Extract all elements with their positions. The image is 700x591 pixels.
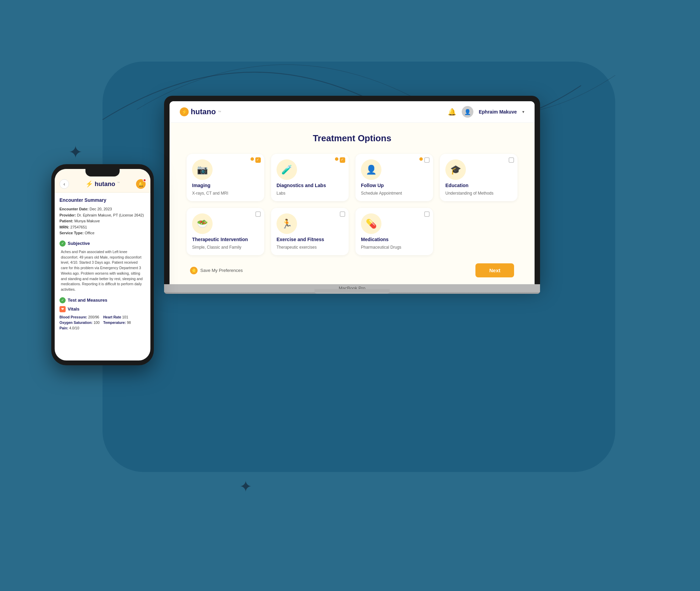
laptop-screen-outer: ⚡ hutano ™ 🔔 👤 Ephraim Makuve ▾ Treatmen… [164,96,540,284]
chevron-down-icon: ▾ [522,109,524,114]
laptop-model-label: MacBook Pro [164,284,540,292]
vitals-header: ❤ Vitals [59,306,146,312]
card-icon-medications: 💊 [361,213,381,234]
card-icon-exercise: 🏃 [277,213,297,234]
treatment-grid: 📷 Imaging X-rays, CT and MRI 🧪 Diagnosti… [187,154,517,255]
service-value: Office [85,231,95,235]
treatment-footer: ⭐ Save My Preferences Next [187,263,517,277]
card-imaging[interactable]: 📷 Imaging X-rays, CT and MRI [187,154,264,201]
card-dot-imaging [251,157,254,161]
card-title-exercise: Exercise and Fitness [277,237,343,242]
oxygen-label: Oxygen Saturation: [59,320,93,325]
laptop-screen-inner: ⚡ hutano ™ 🔔 👤 Ephraim Makuve ▾ Treatmen… [170,101,535,284]
laptop-topnav: ⚡ hutano ™ 🔔 👤 Ephraim Makuve ▾ [170,101,535,123]
user-name[interactable]: Ephraim Makuve [479,109,517,115]
provider-label: Provider: [59,213,76,217]
test-measures-label: Test and Measures [68,298,107,303]
save-preferences[interactable]: ⭐ Save My Preferences [190,267,243,274]
card-icon-followup: 👤 [361,159,381,180]
pain-value: 4.0/10 [69,326,79,330]
subjective-check-icon: ✓ [59,240,66,247]
card-subtitle-therapeutic: Simple, Classic and Family [192,245,259,250]
card-subtitle-followup: Schedule Appointment [361,191,428,196]
blood-pressure-value: 200/96 [88,315,99,319]
back-icon: ‹ [64,181,65,187]
oxygen-item: Oxygen Saturation: 100 [59,320,102,325]
logo-text: hutano [191,107,216,116]
phone-logo-text: hutano [95,181,115,187]
card-checkbox-followup[interactable] [424,157,430,163]
user-avatar: 👤 [462,106,473,118]
card-checkbox-education[interactable] [509,157,514,163]
phone-logo: ⚡ hutano ™ [85,180,120,188]
card-checkbox-medications[interactable] [424,211,430,217]
card-subtitle-diagnostics: Labs [277,191,343,196]
encounter-summary-title: Encounter Summary [59,197,146,203]
logo-icon: ⚡ [180,107,189,116]
card-icon-diagnostics: 🧪 [277,159,297,180]
pain-label: Pain: [59,326,68,330]
phone-notification-bell[interactable]: 🔔 [136,179,146,189]
pain-item: Pain: 4.0/10 [59,326,102,330]
page-title: Treatment Options [187,133,517,144]
card-subtitle-education: Understanding of Methods [445,191,512,196]
card-title-therapeutic: Therapeutic Intervention [192,237,259,242]
card-checkbox-therapeutic[interactable] [255,211,261,217]
subjective-narrative: Aches and Pain associated with Left knee… [59,249,146,292]
next-button[interactable]: Next [475,263,514,277]
heart-rate-item: Heart Rate 101 [103,315,146,319]
phone-back-button[interactable]: ‹ [59,179,69,189]
phone-logo-symbol: ⚡ [85,181,93,187]
card-exercise[interactable]: 🏃 Exercise and Fitness Therapeutic exerc… [271,208,349,255]
card-subtitle-medications: Pharmaceutical Drugs [361,245,428,250]
blood-pressure-label: Blood Pressure: [59,315,87,319]
oxygen-value: 100 [94,320,100,325]
treatment-content: Treatment Options 📷 Imaging X-rays, CT a… [170,123,535,284]
phone-notch [85,169,120,176]
blood-pressure-item: Blood Pressure: 200/96 [59,315,102,319]
card-icon-therapeutic: 🥗 [192,213,213,234]
phone-notification-dot [143,179,146,182]
card-icon-education: 🎓 [445,159,466,180]
laptop-device: ⚡ hutano ™ 🔔 👤 Ephraim Makuve ▾ Treatmen… [164,96,540,294]
laptop-base: MacBook Pro [164,284,540,294]
phone-body: Encounter Summary Encounter Date: Dec 20… [55,193,150,338]
phone-outer: ‹ ⚡ hutano ™ 🔔 Encounter Summary Encount… [51,164,154,365]
card-checkbox-exercise[interactable] [340,211,345,217]
card-title-followup: Follow Up [361,183,428,188]
card-dot-followup [419,157,423,161]
empty-slot [440,208,517,255]
encounter-meta: Encounter Date: Dec 20, 2023 Provider: D… [59,206,146,236]
patient-label: Patient: [59,219,73,223]
card-therapeutic[interactable]: 🥗 Therapeutic Intervention Simple, Class… [187,208,264,255]
encounter-date-value: Dec 20, 2023 [90,207,112,211]
card-title-education: Education [445,183,512,188]
vitals-grid: Blood Pressure: 200/96 Heart Rate 101 Ox… [59,315,146,330]
card-checkbox-imaging[interactable] [255,157,261,163]
temperature-item: Temperature: 98 [103,320,146,325]
subjective-section-header: ✓ Subjective [59,240,146,247]
card-title-imaging: Imaging [192,183,259,188]
provider-value: Dr. Ephraim Makuve, PT (License 2642) [77,213,144,217]
patient-value: Munya Makuve [74,219,100,223]
card-icon-imaging: 📷 [192,159,213,180]
card-subtitle-imaging: X-rays, CT and MRI [192,191,259,196]
card-title-diagnostics: Diagnostics and Labs [277,183,343,188]
subjective-label: Subjective [68,241,90,246]
card-education[interactable]: 🎓 Education Understanding of Methods [440,154,517,201]
card-subtitle-exercise: Therapeutic exercises [277,245,343,250]
star-decoration-2: ✦ [239,479,252,494]
laptop-logo: ⚡ hutano ™ [180,107,221,116]
card-medications[interactable]: 💊 Medications Pharmaceutical Drugs [355,208,433,255]
temperature-label: Temperature: [103,320,126,325]
notification-bell-icon[interactable]: 🔔 [448,108,456,116]
laptop-nav-right: 🔔 👤 Ephraim Makuve ▾ [448,106,524,118]
card-checkbox-diagnostics[interactable] [340,157,345,163]
phone-screen: ‹ ⚡ hutano ™ 🔔 Encounter Summary Encount… [55,169,150,360]
test-measures-check-icon: ✓ [59,297,66,303]
card-diagnostics[interactable]: 🧪 Diagnostics and Labs Labs [271,154,349,201]
vitals-icon: ❤ [59,306,66,312]
card-title-medications: Medications [361,237,428,242]
card-followup[interactable]: 👤 Follow Up Schedule Appointment [355,154,433,201]
mrn-value: 27547651 [70,225,87,229]
